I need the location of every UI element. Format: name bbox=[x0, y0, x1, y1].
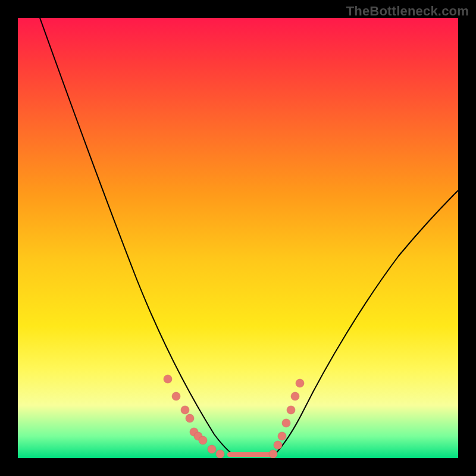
marker-dot bbox=[199, 436, 207, 444]
marker-dot bbox=[296, 379, 304, 387]
marker-dot bbox=[282, 419, 290, 427]
chart-frame: TheBottleneck.com bbox=[0, 0, 476, 476]
marker-dot bbox=[216, 450, 224, 458]
marker-dot bbox=[164, 375, 172, 383]
right-curve bbox=[274, 190, 458, 456]
marker-dot bbox=[186, 414, 194, 422]
marker-dot bbox=[291, 392, 299, 400]
watermark-text: TheBottleneck.com bbox=[346, 4, 469, 19]
marker-dot bbox=[269, 450, 277, 458]
marker-dot bbox=[274, 441, 282, 449]
marker-dot bbox=[208, 445, 216, 453]
plot-area bbox=[18, 18, 458, 458]
bottom-flat-marker bbox=[227, 452, 275, 457]
marker-dot bbox=[278, 432, 286, 440]
marker-dot bbox=[172, 392, 180, 400]
chart-svg bbox=[18, 18, 458, 458]
marker-dot bbox=[181, 406, 189, 414]
marker-dot bbox=[287, 406, 295, 414]
left-curve bbox=[40, 18, 235, 456]
